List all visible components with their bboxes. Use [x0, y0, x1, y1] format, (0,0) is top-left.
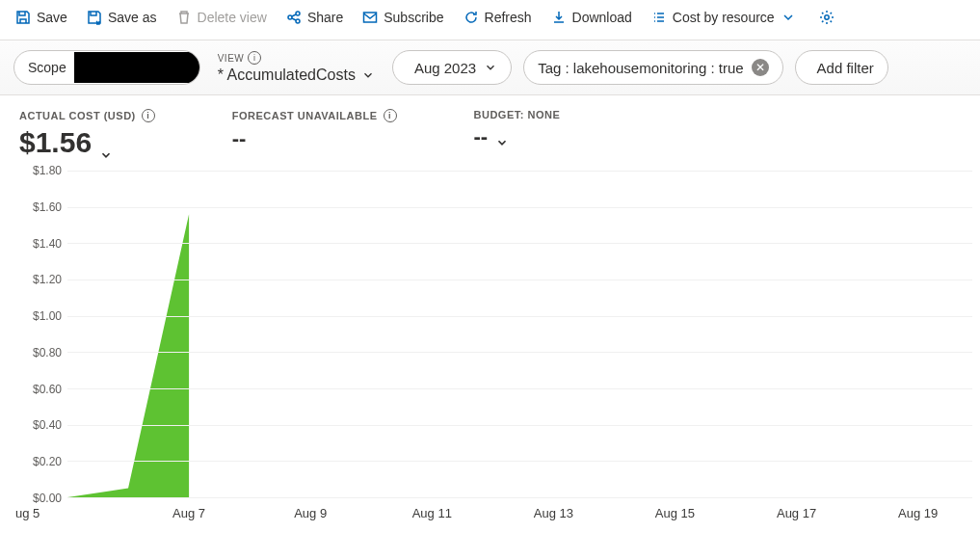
- remove-filter-icon[interactable]: ✕: [752, 59, 769, 76]
- trash-icon: [176, 10, 192, 25]
- x-tick: Aug 17: [777, 506, 816, 520]
- stats-row: ACTUAL COST (USD) i $1.56 FORECAST UNAVA…: [0, 95, 980, 163]
- grid-line: [67, 207, 972, 208]
- y-tick: $0.40: [33, 418, 62, 432]
- delete-view-button: Delete view: [169, 6, 275, 29]
- svg-point-0: [288, 15, 292, 19]
- view-caption: VIEW: [218, 53, 245, 64]
- scope-selector[interactable]: Scope: [13, 50, 200, 85]
- svg-rect-3: [364, 13, 377, 22]
- filter-bar: Scope VIEW i * AccumulatedCosts Aug 2023…: [0, 40, 980, 95]
- saveas-button[interactable]: Save as: [79, 6, 165, 29]
- scope-value-redacted: [74, 52, 199, 83]
- settings-button[interactable]: [811, 6, 842, 29]
- costby-label: Cost by resource: [673, 10, 775, 25]
- svg-point-2: [296, 19, 300, 23]
- share-icon: [286, 10, 302, 25]
- x-tick: Aug 19: [898, 506, 938, 520]
- grid-line: [67, 280, 972, 280]
- info-icon: i: [248, 51, 261, 65]
- y-tick: $1.40: [33, 237, 62, 251]
- download-button[interactable]: Download: [543, 6, 640, 29]
- saveas-icon: [87, 10, 102, 25]
- chevron-down-icon[interactable]: [99, 136, 113, 149]
- y-tick: $1.00: [33, 309, 62, 323]
- refresh-label: Refresh: [485, 10, 532, 25]
- tag-filter-chip[interactable]: Tag : lakehousemonitoring : true ✕: [523, 50, 782, 85]
- cost-chart: $0.00$0.20$0.40$0.60$0.80$1.00$1.20$1.40…: [4, 171, 976, 527]
- info-icon: i: [142, 109, 155, 122]
- grid-line: [67, 171, 972, 172]
- y-tick: $1.60: [33, 200, 62, 214]
- delete-label: Delete view: [198, 10, 267, 25]
- y-tick: $0.20: [33, 455, 62, 468]
- chevron-down-icon: [361, 68, 375, 82]
- x-tick: Aug 9: [294, 506, 327, 520]
- add-filter-button[interactable]: Add filter: [795, 50, 888, 85]
- plot-area: [67, 171, 972, 498]
- grid-line: [67, 461, 972, 462]
- mail-icon: [362, 10, 378, 25]
- actual-caption: ACTUAL COST (USD): [19, 110, 136, 121]
- save-button[interactable]: Save: [8, 6, 75, 29]
- gear-icon: [819, 10, 834, 25]
- x-axis: ug 5Aug 7Aug 9Aug 11Aug 13Aug 15Aug 17Au…: [4, 502, 972, 527]
- budget-stat: BUDGET: NONE --: [474, 109, 561, 149]
- add-filter-label: Add filter: [817, 60, 874, 76]
- list-icon: [651, 10, 667, 25]
- actual-cost-stat: ACTUAL COST (USD) i $1.56: [19, 109, 155, 159]
- subscribe-label: Subscribe: [384, 10, 443, 25]
- chevron-down-icon: [484, 61, 497, 74]
- date-range-selector[interactable]: Aug 2023: [392, 50, 512, 85]
- refresh-icon: [464, 10, 479, 25]
- y-tick: $0.60: [33, 383, 62, 396]
- save-label: Save: [37, 10, 67, 25]
- save-icon: [15, 10, 31, 25]
- grid-line: [67, 352, 972, 353]
- x-tick: Aug 7: [172, 506, 205, 520]
- date-range-label: Aug 2023: [414, 60, 476, 76]
- view-name: * AccumulatedCosts: [218, 67, 356, 84]
- svg-point-1: [296, 12, 300, 15]
- info-icon: i: [384, 109, 397, 122]
- budget-caption: BUDGET: NONE: [474, 109, 561, 120]
- chevron-down-icon: [781, 10, 796, 25]
- view-selector[interactable]: VIEW i * AccumulatedCosts: [212, 51, 381, 84]
- x-tick: ug 5: [15, 506, 40, 520]
- chevron-down-icon[interactable]: [495, 130, 509, 144]
- grid-line: [67, 388, 972, 389]
- y-tick: $1.20: [33, 273, 62, 286]
- saveas-label: Save as: [108, 10, 157, 25]
- actual-value: $1.56: [19, 126, 92, 159]
- tag-filter-text: Tag : lakehousemonitoring : true: [538, 60, 743, 76]
- share-button[interactable]: Share: [278, 6, 351, 29]
- download-icon: [551, 10, 567, 25]
- grid-line: [67, 425, 972, 426]
- download-label: Download: [572, 10, 632, 25]
- x-tick: Aug 11: [412, 506, 452, 520]
- y-axis: $0.00$0.20$0.40$0.60$0.80$1.00$1.20$1.40…: [4, 171, 67, 498]
- refresh-button[interactable]: Refresh: [456, 6, 540, 29]
- budget-value: --: [474, 124, 489, 149]
- y-tick: $0.80: [33, 346, 62, 359]
- forecast-caption: FORECAST UNAVAILABLE: [232, 110, 378, 121]
- share-label: Share: [307, 10, 343, 25]
- area-series: [67, 171, 972, 497]
- forecast-stat: FORECAST UNAVAILABLE i --: [232, 109, 397, 151]
- x-tick: Aug 13: [534, 506, 573, 520]
- scope-label: Scope: [28, 60, 66, 75]
- grid-line: [67, 497, 972, 498]
- forecast-value: --: [232, 126, 247, 151]
- x-tick: Aug 15: [655, 506, 695, 520]
- command-bar: Save Save as Delete view Share Subscribe…: [0, 0, 980, 40]
- subscribe-button[interactable]: Subscribe: [355, 6, 451, 29]
- y-tick: $1.80: [33, 164, 62, 177]
- grid-line: [67, 243, 972, 244]
- svg-point-4: [824, 15, 828, 19]
- grid-line: [67, 316, 972, 317]
- cost-by-resource-button[interactable]: Cost by resource: [644, 6, 804, 29]
